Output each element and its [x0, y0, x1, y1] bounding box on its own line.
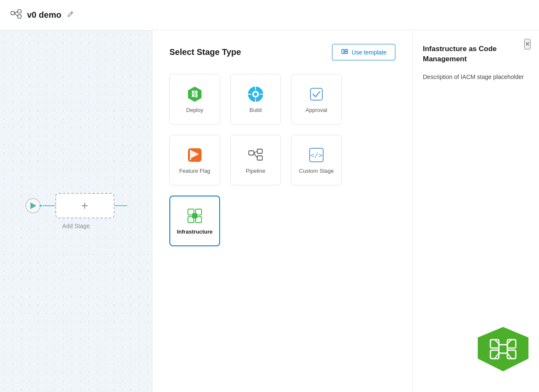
- build-icon: [246, 85, 265, 103]
- edit-icon[interactable]: [66, 11, 74, 20]
- svg-rect-0: [11, 11, 14, 15]
- play-icon: [30, 202, 36, 209]
- stage-card-approval[interactable]: Approval: [291, 74, 342, 125]
- topbar: v0 demo: [0, 0, 539, 30]
- stage-card-deploy[interactable]: ⛓ Deploy: [169, 74, 220, 125]
- close-button[interactable]: ×: [524, 39, 531, 49]
- custom-stage-icon: </>: [307, 146, 326, 164]
- svg-rect-33: [192, 213, 197, 218]
- pipeline-stage-icon: [246, 146, 265, 164]
- deploy-icon: ⛓: [185, 85, 204, 103]
- right-panel-title: Infastructure as Code Management: [423, 44, 529, 64]
- svg-line-26: [254, 153, 257, 158]
- stage-card-custom-stage[interactable]: </> Custom Stage: [291, 135, 342, 185]
- svg-point-13: [254, 93, 257, 96]
- deploy-label: Deploy: [186, 107, 203, 114]
- pipeline-icon: [10, 8, 22, 22]
- use-template-button[interactable]: Use template: [332, 44, 395, 60]
- iacm-logo-container: [476, 325, 531, 375]
- svg-rect-6: [342, 49, 344, 54]
- right-panel-description: Description of IACM stage placeholder: [423, 73, 529, 82]
- svg-rect-23: [257, 149, 262, 153]
- connector-line-right: [114, 205, 127, 206]
- stage-type-panel: Select Stage Type Use template: [152, 30, 412, 392]
- svg-rect-1: [18, 10, 21, 13]
- pipeline-label: Pipeline: [246, 168, 265, 175]
- stage-grid-row3: Infrastructure: [169, 196, 395, 246]
- svg-line-4: [14, 13, 18, 16]
- svg-line-3: [14, 11, 18, 13]
- svg-rect-2: [18, 15, 21, 18]
- infrastructure-icon: [185, 207, 204, 225]
- template-icon: [341, 48, 348, 57]
- connector-line-left: [43, 205, 55, 206]
- app-title: v0 demo: [27, 10, 61, 20]
- add-stage-label: Add Stage: [62, 223, 90, 229]
- svg-rect-24: [257, 156, 262, 160]
- approval-icon: [307, 85, 326, 103]
- add-stage-box[interactable]: +: [55, 193, 114, 218]
- approval-label: Approval: [305, 107, 327, 114]
- stage-card-feature-flag[interactable]: Feature Flag: [169, 135, 220, 185]
- svg-line-25: [254, 151, 257, 153]
- panel-title: Select Stage Type: [169, 47, 241, 57]
- feature-flag-icon: [185, 146, 204, 164]
- stage-card-infrastructure[interactable]: Infrastructure: [169, 196, 220, 246]
- svg-rect-7: [345, 49, 348, 51]
- infrastructure-label: Infrastructure: [177, 229, 213, 236]
- canvas-area: + Add Stage: [0, 30, 152, 392]
- svg-rect-39: [499, 345, 507, 353]
- stage-card-build[interactable]: Build: [230, 74, 281, 125]
- svg-rect-8: [345, 52, 348, 54]
- feature-flag-label: Feature Flag: [179, 168, 210, 175]
- svg-line-5: [71, 12, 72, 14]
- iacm-logo: [476, 325, 531, 373]
- custom-stage-label: Custom Stage: [299, 168, 334, 175]
- use-template-label: Use template: [352, 49, 387, 56]
- svg-rect-22: [249, 151, 254, 155]
- add-stage-wrapper: +: [55, 193, 114, 218]
- svg-text:⛓: ⛓: [191, 90, 199, 98]
- stage-grid-row1: ⛓ Deploy Bu: [169, 74, 395, 185]
- build-label: Build: [250, 107, 262, 114]
- panel-header: Select Stage Type Use template: [169, 44, 395, 60]
- stage-card-pipeline[interactable]: Pipeline: [230, 135, 281, 185]
- main-layout: + Add Stage Select Stage Type Use templa…: [0, 30, 539, 392]
- svg-text:</>: </>: [310, 151, 323, 159]
- right-panel: × Infastructure as Code Management Descr…: [412, 30, 539, 392]
- connector-dot-left: [38, 204, 43, 208]
- svg-rect-18: [310, 88, 322, 100]
- pipeline-row: +: [25, 193, 127, 218]
